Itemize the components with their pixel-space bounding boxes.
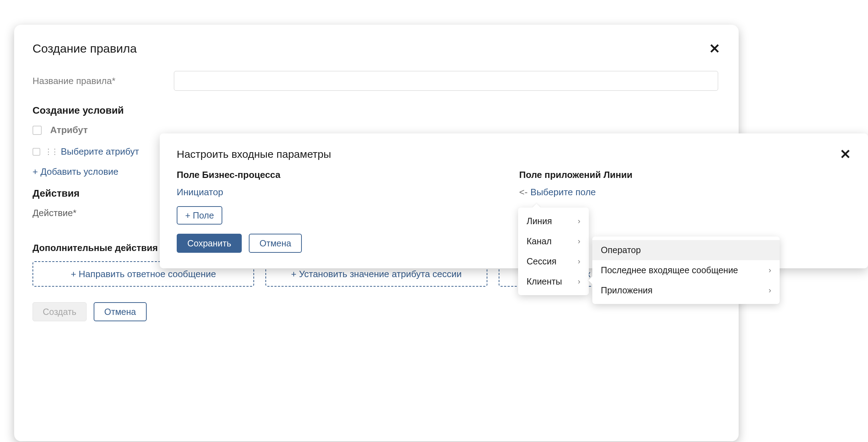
dialog-header: Создание правила ✕	[33, 42, 720, 55]
dropdown-item-line[interactable]: Линия ›	[518, 211, 589, 231]
panel-cancel-button[interactable]: Отмена	[249, 234, 302, 253]
config-panel-title: Настроить входные параметры	[177, 148, 331, 160]
chevron-right-icon: ›	[578, 277, 580, 286]
drag-handle-icon[interactable]: ⋮⋮	[45, 147, 57, 156]
cancel-button[interactable]: Отмена	[94, 302, 147, 321]
conditions-title: Создание условий	[33, 105, 720, 116]
dropdown-item-label: Линия	[527, 216, 552, 226]
chevron-right-icon: ›	[578, 237, 580, 246]
config-panel-header: Настроить входные параметры ✕	[177, 148, 851, 161]
dropdown-item-session[interactable]: Сессия ›	[518, 251, 589, 271]
chevron-right-icon: ›	[769, 266, 771, 275]
dropdown-item-channel[interactable]: Канал ›	[518, 231, 589, 251]
rule-name-label: Название правила*	[33, 76, 174, 86]
dropdown-item-label: Канал	[527, 236, 552, 246]
chevron-right-icon: ›	[578, 257, 580, 266]
bp-field-title: Поле Бизнес-процесса	[177, 169, 509, 180]
arrow-left-icon: <-	[519, 187, 528, 198]
field-submenu-dropdown: Оператор Последнее входящее сообщение › …	[592, 237, 780, 304]
create-button[interactable]: Создать	[33, 302, 87, 321]
dropdown-item-label: Оператор	[601, 245, 641, 255]
dialog-footer-buttons: Создать Отмена	[33, 302, 720, 321]
dropdown-item-label: Приложения	[601, 285, 652, 295]
close-icon[interactable]: ✕	[709, 42, 720, 55]
select-field-link[interactable]: Выберите поле	[530, 187, 596, 198]
initiator-link[interactable]: Инициатор	[177, 187, 509, 198]
select-attribute-link[interactable]: Выберите атрибут	[61, 146, 139, 157]
config-left-col: Поле Бизнес-процесса Инициатор + Поле Со…	[177, 169, 509, 253]
close-icon[interactable]: ✕	[840, 148, 851, 161]
dropdown-item-label: Сессия	[527, 256, 556, 267]
dropdown-item-clients[interactable]: Клиенты ›	[518, 271, 589, 292]
attribute-label: Атрибут	[50, 125, 88, 136]
dropdown-item-apps[interactable]: Приложения ›	[592, 280, 780, 300]
rule-name-row: Название правила*	[33, 71, 720, 91]
dropdown-item-operator[interactable]: Оператор	[592, 240, 780, 260]
dropdown-item-label: Клиенты	[527, 276, 562, 287]
field-category-dropdown: Линия › Канал › Сессия › Клиенты ›	[518, 208, 589, 295]
rule-name-input[interactable]	[174, 71, 718, 91]
save-button[interactable]: Сохранить	[177, 234, 242, 253]
dropdown-item-last-incoming[interactable]: Последнее входящее сообщение ›	[592, 260, 780, 280]
dropdown-item-label: Последнее входящее сообщение	[601, 265, 738, 275]
select-attribute-checkbox[interactable]	[33, 148, 40, 156]
select-field-row: <- Выберите поле	[519, 187, 851, 198]
add-field-button[interactable]: + Поле	[177, 206, 222, 225]
line-app-field-title: Поле приложений Линии	[519, 169, 851, 180]
chevron-right-icon: ›	[578, 217, 580, 226]
dialog-title: Создание правила	[33, 42, 137, 55]
attribute-checkbox[interactable]	[33, 126, 42, 135]
panel-footer-buttons: Сохранить Отмена	[177, 234, 509, 253]
chevron-right-icon: ›	[769, 286, 771, 295]
